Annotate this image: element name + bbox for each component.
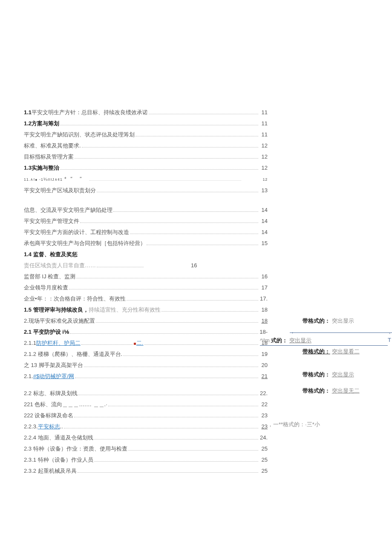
toc-text: 2.3 特种（设备）作业：资质、使用与检查 [24, 444, 127, 454]
page-number: 12 [242, 174, 268, 185]
annotation-text: 突出显示 [332, 318, 354, 324]
toc-text: 方案与筹划 [32, 119, 59, 129]
toc-text: 2.现场平安标准化及设施配置 [24, 316, 95, 326]
page-number: 11 [259, 130, 268, 140]
annotation-mid: 式的： [271, 337, 288, 344]
page-number: 16 [191, 260, 268, 271]
page-number: 16 [259, 272, 268, 282]
toc-entry-garbled: 11.∧I∎ -1⅟₈IIIJ∧¢1 * " " 12 [24, 174, 268, 185]
toc-entry: 221 色标、流向＿＿＿….… ＿＿.· 22 [24, 399, 268, 410]
page-number: 12 [259, 152, 268, 162]
toc-text: 企业领导月度检查 [24, 283, 68, 293]
toc-entry: 承包商平安文明生产与合同控制［包括特许经营） 15 [24, 238, 268, 249]
annotation-prefix: 带格式的： [303, 387, 330, 394]
asterisk-icon: * [63, 174, 69, 184]
toc-text: 平安文明生产管理文件 [24, 216, 79, 226]
toc-entry: 标准、标准及其他要求. 12 [24, 141, 268, 151]
toc-entry: 平安文明生产方面的设计、工程控制与改造 14 [24, 227, 268, 237]
toc-text: 信息、交流及平安文明生产缺陷处理 [24, 205, 112, 215]
page-number: 14 [259, 205, 268, 215]
backtick-icon: 、 [389, 328, 392, 335]
page-number: 20 [259, 360, 268, 370]
toc-entry: 目标指标及管理方案 12 [24, 152, 268, 162]
format-annotation: ，一**格式的：·三*小 [268, 421, 320, 428]
format-annotation: ^jlm 式的： 突出显示 T [260, 337, 388, 346]
toc-text: 标准、标准及其他要求. [24, 141, 81, 151]
toc-text: 221 色标、流向＿＿＿….… ＿＿.· [24, 399, 107, 410]
toc-prefix: 2.1.1 [24, 338, 36, 348]
toc-entry: 2.1.2 楼梯（爬梯）、格栅、通道及平台. 19 [24, 349, 268, 359]
page-number: 14 [259, 227, 268, 237]
page-number: 13 [259, 185, 268, 196]
toc-text: 平安文明生产缺陷识别、状态评估及处理筹划 [24, 130, 135, 140]
toc-tail: .. [60, 422, 63, 432]
page-number: 12 [259, 163, 268, 173]
page-number: 17 [259, 283, 268, 293]
toc-link[interactable]: #$动切械护罩/网 [33, 371, 74, 382]
page-number: 11 [259, 107, 268, 118]
toc-entry: 1.3 实施与整治 12 [24, 163, 268, 173]
toc-entry: 信息、交流及平安文明生产缺陷处理 14 [24, 205, 268, 215]
toc-text: 目标指标及管理方案 [24, 152, 74, 162]
toc-text: 2.2.4 地面、通道及仓储划线 [24, 433, 93, 443]
toc-text: 1.5 管理评审与持续改良， [24, 305, 89, 315]
toc-prefix: 2.1. [24, 371, 33, 382]
toc-text: 2.1 平变防护设 i⅟₈ [24, 327, 69, 337]
format-annotation: 带格式的： 突出显无二 [303, 387, 360, 395]
toc-entry: 监督部 IJ 检查、监测 16 [24, 272, 268, 282]
toc-text: 承包商平安文明生产与合同控制［包括特许经营） [24, 238, 146, 249]
toc-entry: 2.2.4 地面、通道及仓储划线 24. [24, 433, 268, 443]
toc-text: 平安文明生产方面的设计、工程控制与改造 [24, 227, 129, 237]
format-annotation: 带格式的： 突出显示 [303, 317, 354, 325]
mark-icon: " [79, 174, 89, 184]
page-number: 11 [259, 119, 268, 129]
toc-entry: 企业•年：：次合格自评：符合性、有效性 17. [24, 294, 268, 304]
page-number: 23 [259, 410, 268, 421]
red-marker-icon [134, 343, 136, 345]
toc-entry: 2.3.2 起重机械及吊具 25 [24, 466, 268, 476]
page-number: 17. [259, 294, 268, 304]
toc-heading: 1.4 监督、检查及奖惩 [24, 249, 268, 260]
page-number: 25 [259, 444, 268, 454]
annotation-text: 突出显示 [289, 337, 311, 344]
comma-icon: ， [290, 327, 295, 335]
format-annotation: 带格式的： 突出显示 [303, 371, 354, 379]
rule-line: ， 、 [290, 332, 392, 333]
page-number: 21 [259, 371, 268, 382]
toc-entry: 2.1 平变防护设 i⅟₈ 18- [24, 327, 268, 337]
page-number: 18- [259, 327, 268, 337]
toc-text: 责任区域负责人日常自查…… [24, 260, 96, 271]
toc-link[interactable]: 平安标志 [38, 422, 60, 432]
annotation-text: 突出显示 [332, 371, 354, 378]
page-number: 22. [259, 388, 268, 399]
format-annotation: 带格式的： 突出显看二 [303, 348, 360, 356]
toc-text: 监督部 IJ 检查、监测 [24, 272, 75, 282]
page-number: 22 [259, 399, 268, 410]
annotation-text: 突出显无二 [332, 387, 360, 394]
annotation-prefix: 带格式的： [303, 371, 330, 378]
page-number: 25 [259, 455, 268, 465]
toc-text: 2.3.1 特种（设备）作业人员 [24, 455, 93, 465]
toc-entry: 1.1 平安文明生产方针：总目标、持续改良绩效承诺 11 [24, 107, 268, 118]
page-number: 15 [259, 238, 268, 249]
toc-entry: 1.5 管理评审与持续改良， 持续适宜性、充分性和有效性 18 [24, 305, 268, 315]
toc-link[interactable]: 防护栏杆、护局二 [36, 338, 81, 348]
toc-text: 之 13 脚手架及高架平台 [24, 360, 83, 370]
toc-entry: 平安文明生产缺陷识别、状态评估及处理筹划 11 [24, 130, 268, 140]
page-number: 12 [259, 141, 268, 151]
toc-text: 企业•年：：次合格自评：符合性、有效性 [24, 294, 126, 304]
toc-text: 222 设备标牌及命名 [24, 410, 73, 421]
page-number: 25 [259, 466, 268, 476]
toc-entry: 之 13 脚手架及高架平台 20 [24, 360, 268, 370]
mark-icon: " [69, 174, 80, 184]
page-number: 24. [259, 433, 268, 443]
page-number: 14 [259, 216, 268, 226]
toc-entry: 222 设备标牌及命名 23 [24, 410, 268, 421]
toc-column: 1.1 平安文明生产方针：总目标、持续改良绩效承诺 11 1.2 方案与筹划 1… [24, 107, 392, 476]
toc-text: 平安文明生产方针：总目标、持续改良绩效承诺 [32, 107, 148, 118]
page-number: 18 [259, 316, 268, 326]
toc-text: 2.1.2 楼梯（爬梯）、格栅、通道及平台. [24, 349, 122, 359]
toc-text: 2.3.2 起重机械及吊具 [24, 466, 77, 476]
toc-text: 1.4 监督、检查及奖惩 [24, 249, 78, 260]
toc-entry: 平安文明生产区域及职责划分 13 [24, 185, 268, 196]
